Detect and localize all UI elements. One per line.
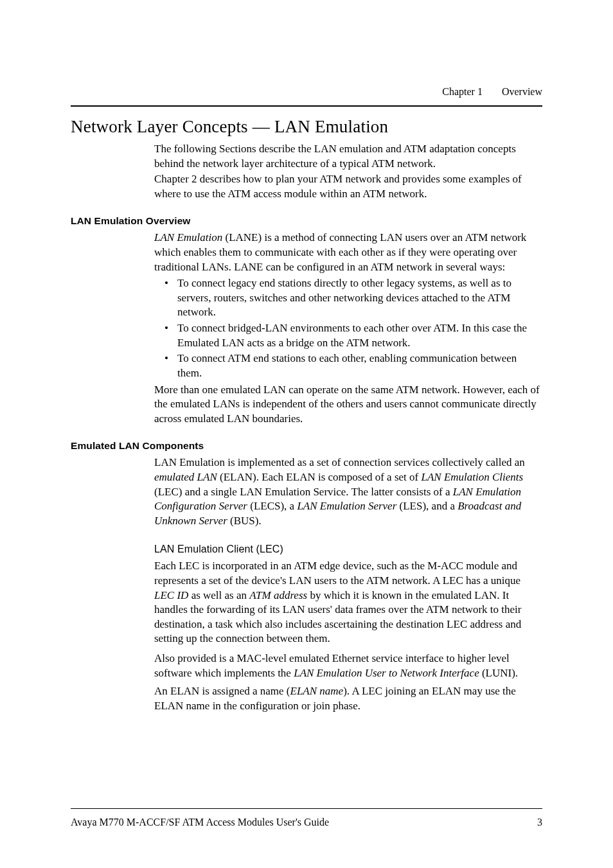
page-number: 3 [537, 817, 542, 828]
body-text: Each LEC is incorporated in an ATM edge … [154, 559, 542, 646]
intro-paragraph-1: The following Sections describe the LAN … [154, 142, 542, 171]
text-span: (LECS), a [247, 500, 297, 512]
body-text: More than one emulated LAN can operate o… [154, 383, 542, 427]
term-luni: LAN Emulation User to Network Interface [294, 667, 479, 679]
footer-title: Avaya M770 M-ACCF/SF ATM Access Modules … [71, 817, 329, 828]
body-text: LAN Emulation is implemented as a set of… [154, 456, 542, 528]
section-heading-elan-components: Emulated LAN Components [71, 440, 542, 452]
bullet-list: To connect legacy end stations directly … [154, 276, 542, 380]
text-span: (LUNI). [479, 667, 518, 679]
text-span: Each LEC is incorporated in an ATM edge … [154, 560, 520, 587]
term-les: LAN Emulation Server [297, 500, 396, 512]
term-lec-id: LEC ID [154, 589, 188, 601]
sub-heading-lec: LAN Emulation Client (LEC) [154, 544, 542, 555]
term-emulated-lan: emulated LAN [154, 471, 217, 483]
header-rule [71, 105, 542, 107]
body-text: LAN Emulation (LANE) is a method of conn… [154, 231, 542, 274]
term-elan-name: ELAN name [290, 685, 344, 697]
body-text: An ELAN is assigned a name (ELAN name). … [154, 684, 542, 713]
list-item: To connect legacy end stations directly … [168, 276, 542, 320]
section-heading-lane-overview: LAN Emulation Overview [71, 215, 542, 227]
chapter-label: Chapter 1 [442, 86, 483, 97]
text-span: as well as an [188, 589, 249, 601]
footer: Avaya M770 M-ACCF/SF ATM Access Modules … [71, 808, 542, 828]
text-span: LAN Emulation is implemented as a set of… [154, 456, 525, 468]
term-lan-emulation: LAN Emulation [154, 231, 222, 244]
list-item: To connect bridged-LAN environments to e… [168, 321, 542, 350]
term-atm-address: ATM address [249, 589, 307, 601]
term-lec: LAN Emulation Clients [421, 471, 523, 483]
body-text: Also provided is a MAC-level emulated Et… [154, 651, 542, 680]
intro-paragraph-2: Chapter 2 describes how to plan your ATM… [154, 172, 542, 201]
text-span: (LEC) and a single LAN Emulation Service… [154, 486, 453, 498]
page-title: Network Layer Concepts — LAN Emulation [71, 117, 542, 137]
text-span: An ELAN is assigned a name ( [154, 685, 290, 697]
text-span: (ELAN). Each ELAN is composed of a set o… [217, 471, 422, 483]
chapter-title: Overview [502, 86, 542, 97]
list-item: To connect ATM end stations to each othe… [168, 351, 542, 380]
text-span: (BUS). [227, 515, 262, 527]
chapter-header: Chapter 1 Overview [442, 86, 542, 98]
text-span: (LES), and a [396, 500, 458, 512]
